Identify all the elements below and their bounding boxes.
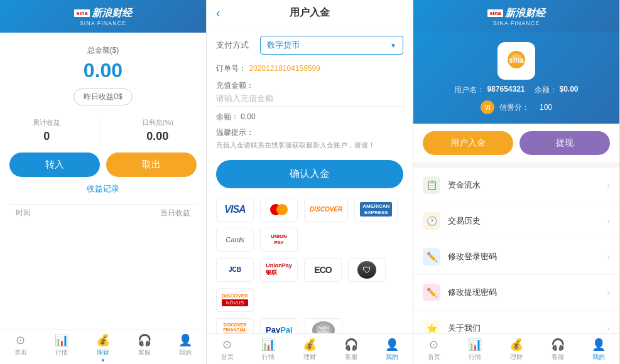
- panel2-body: 支付方式 数字货币 ▼ 订单号： 20201218104159599 充值金额：…: [207, 26, 413, 333]
- panel3-body: sina 用户名： 987654321 余额： $0.00 VI 信: [413, 33, 619, 333]
- menu-item-history[interactable]: 🕐 交易历史 ›: [413, 203, 619, 239]
- finance3-icon: 💰: [509, 338, 523, 351]
- payment-logos: VISA DISCOVER AMERICANEXPRESS Cards: [216, 198, 403, 334]
- menu-item-login-pwd[interactable]: ✏️ 修改登录密码 ›: [413, 239, 619, 275]
- nav3-market-label: 行情: [469, 353, 481, 361]
- user-info-section: sina 用户名： 987654321 余额： $0.00 VI 信: [413, 33, 619, 124]
- profile3-icon: 👤: [592, 338, 606, 351]
- nav3-finance[interactable]: 💰 理财: [496, 338, 537, 361]
- withdraw-pwd-arrow-icon: ›: [607, 287, 610, 297]
- panel3-header: sina 新浪财经 SINA finance: [413, 0, 619, 33]
- panel1-header: sina 新浪财经 SINA finance: [0, 0, 206, 33]
- sina-avatar-icon: sina: [501, 46, 531, 76]
- nav2-home[interactable]: ⊙ 首页: [207, 338, 248, 361]
- back-arrow[interactable]: ‹: [216, 6, 220, 20]
- amount-label: 充值金额：: [216, 80, 403, 91]
- history-arrow-icon: ›: [607, 216, 610, 226]
- brand3-cn: 新浪财经: [505, 7, 545, 20]
- amount-input[interactable]: 请输入充值金额: [216, 93, 403, 107]
- tips-text: 充值入金请联系在线客服获取最新入金账户，谢谢！: [216, 140, 403, 151]
- menu-item-flow[interactable]: 📋 资金流水 ›: [413, 168, 619, 203]
- panel1-body: 总金额($) 0.00 昨日收益0$ 累计收益 0 日利息(%) 0.00 转入…: [0, 33, 206, 329]
- logo: sina 新浪财经 SINA finance: [74, 7, 131, 26]
- brand3-en: SINA finance: [493, 20, 540, 26]
- amount-row: 充值金额： 请输入充值金额: [216, 80, 403, 107]
- nav3-market[interactable]: 📊 行情: [455, 338, 496, 361]
- sina3-label: sina: [487, 9, 503, 17]
- cash-button[interactable]: 提现: [519, 131, 610, 155]
- payment-row-1: VISA DISCOVER AMERICANEXPRESS Cards: [216, 198, 403, 252]
- nav3-home[interactable]: ⊙ 首页: [413, 338, 455, 361]
- credit-score: 100: [540, 103, 552, 112]
- eco-logo: ECO: [304, 258, 342, 282]
- nav-profile[interactable]: 👤 我的: [165, 333, 206, 361]
- home3-icon: ⊙: [429, 338, 438, 351]
- withdraw-button[interactable]: 取出: [106, 153, 197, 177]
- paypal-logo: PayPal: [260, 318, 298, 334]
- nav2-market[interactable]: 📊 行情: [248, 338, 290, 361]
- nav3-finance-label: 理财: [510, 353, 523, 361]
- mastercard-logo: [260, 198, 298, 222]
- service3-icon: 🎧: [551, 338, 565, 351]
- confirm-deposit-button[interactable]: 确认入金: [216, 160, 403, 188]
- nav-home[interactable]: ⊙ 首页: [0, 333, 41, 361]
- nav3-home-label: 首页: [428, 353, 440, 361]
- nav-service[interactable]: 🎧 客服: [124, 333, 165, 361]
- balance-stat: 余额： $0.00: [535, 85, 579, 95]
- svg-point-3: [511, 54, 521, 60]
- profile-icon: 👤: [178, 333, 192, 347]
- nav-market[interactable]: 📊 行情: [41, 333, 83, 361]
- nav2-finance[interactable]: 💰 理财: [289, 338, 330, 361]
- payment-row-3: DISCOVERFINANCIALSERVICES PayPal PayPalV…: [216, 318, 403, 334]
- nav-finance-label: 理财: [97, 348, 109, 357]
- about-arrow-icon: ›: [607, 323, 610, 333]
- yesterday-button[interactable]: 昨日收益0$: [73, 88, 132, 105]
- deposit-button[interactable]: 用户入金: [423, 131, 513, 155]
- nav-finance[interactable]: 💰 理财: [82, 333, 124, 361]
- market3-icon: 📊: [468, 338, 482, 351]
- nav2-profile[interactable]: 👤 我的: [371, 338, 413, 361]
- knight-logo: 🛡: [348, 258, 386, 282]
- balance3-value: $0.00: [560, 85, 579, 95]
- paypal-verified-logo: PayPalVerified: [305, 318, 342, 334]
- flow-label: 资金流水: [448, 179, 607, 191]
- cumulative-value: 0: [43, 130, 50, 143]
- order-label: 订单号：: [216, 64, 246, 73]
- nav2-service[interactable]: 🎧 客服: [330, 338, 372, 361]
- history-icon: 🕐: [423, 212, 440, 230]
- nav3-profile[interactable]: 👤 我的: [578, 338, 619, 361]
- payment-select[interactable]: 数字货币 ▼: [260, 36, 403, 55]
- menu-item-about[interactable]: ⭐ 关于我们 ›: [413, 311, 619, 333]
- login-pwd-label: 修改登录密码: [448, 251, 607, 262]
- earnings-link[interactable]: 收益记录: [87, 183, 119, 195]
- nav-service-label: 客服: [138, 348, 151, 357]
- unionpay-logo: UnionPay银联: [260, 258, 298, 282]
- finance-icon: 💰: [96, 333, 110, 347]
- finance2-icon: 💰: [303, 338, 317, 351]
- login-pwd-icon: ✏️: [423, 248, 440, 265]
- action-row: 转入 取出: [9, 153, 197, 177]
- sina-label: sina: [74, 9, 89, 17]
- balance-row: 余额： 0.00: [216, 112, 403, 122]
- panel2-bottom-nav: ⊙ 首页 📊 行情 💰 理财 🎧 客服 👤 我的: [207, 333, 413, 364]
- payment-select-value: 数字货币: [267, 40, 300, 51]
- col-time: 时间: [16, 208, 31, 218]
- transfer-button[interactable]: 转入: [9, 153, 100, 177]
- username-stat: 用户名： 987654321: [454, 85, 525, 95]
- nav3-service[interactable]: 🎧 客服: [537, 338, 579, 361]
- cumulative-label: 累计收益: [33, 118, 60, 127]
- menu-item-withdraw-pwd[interactable]: ✏️ 修改提现密码 ›: [413, 275, 619, 311]
- nav-market-label: 行情: [55, 348, 68, 357]
- daily-rate-value: 0.00: [146, 130, 168, 143]
- discover-novus-logo: DISCOVER NÓVUS: [216, 288, 254, 312]
- nav3-service-label: 客服: [552, 353, 564, 361]
- earnings-table-header: 时间 当日收益: [9, 204, 197, 222]
- payment-row-2: JCB UnionPay银联 ECO 🛡 DISCOVER NÓVUS: [216, 258, 403, 312]
- fund-action-row: 用户入金 提现: [413, 124, 619, 163]
- active-dot: [102, 359, 104, 361]
- menu-list: 📋 资金流水 › 🕐 交易历史 › ✏️ 修改登录密码 › ✏️ 修改提现密码 …: [413, 168, 619, 333]
- nav-profile-label: 我的: [179, 348, 192, 357]
- amex-logo: AMERICANEXPRESS: [354, 198, 398, 222]
- select-arrow-icon: ▼: [390, 42, 396, 49]
- history-label: 交易历史: [448, 215, 607, 227]
